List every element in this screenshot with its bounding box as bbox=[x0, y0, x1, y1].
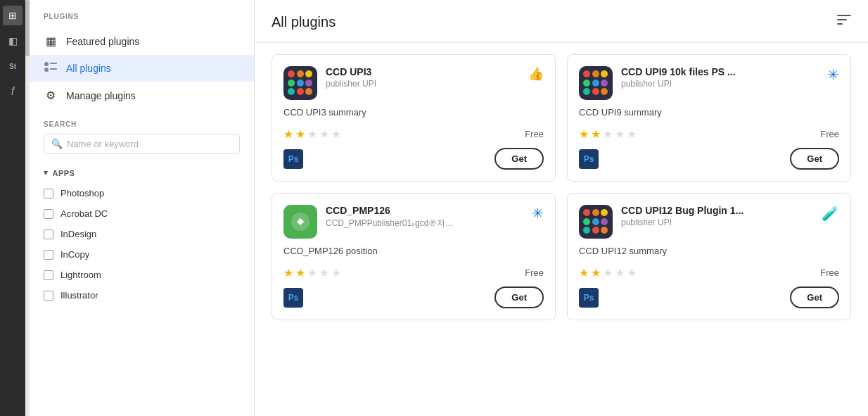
plugin-summary: CCD UPI12 summary bbox=[579, 246, 839, 256]
main-content: All plugins bbox=[255, 0, 868, 416]
plugin-publisher: publisher UPI bbox=[621, 218, 813, 227]
ps-badge: Ps bbox=[579, 149, 599, 169]
sidebar-item-manage[interactable]: ⚙ Manage plugins bbox=[30, 82, 254, 109]
plugin-actions: Ps Get bbox=[283, 148, 544, 170]
apps-header[interactable]: ▾ APPS bbox=[44, 168, 240, 177]
scrollbar-thumb[interactable] bbox=[25, 0, 30, 56]
star-5: ★ bbox=[331, 266, 341, 279]
app-item-incopy[interactable]: InCopy bbox=[44, 244, 240, 265]
search-label: SEARCH bbox=[44, 120, 240, 128]
illustrator-checkbox[interactable] bbox=[44, 291, 53, 301]
manage-icon: ⚙ bbox=[44, 89, 58, 102]
incopy-checkbox[interactable] bbox=[44, 250, 53, 260]
get-button-ccd-pmp126[interactable]: Get bbox=[494, 286, 544, 308]
search-section: SEARCH 🔍 bbox=[30, 109, 254, 160]
indesign-label: InDesign bbox=[60, 229, 96, 239]
photoshop-checkbox[interactable] bbox=[44, 189, 53, 198]
all-plugins-label: All plugins bbox=[66, 63, 111, 74]
star-2: ★ bbox=[295, 266, 305, 279]
layers-icon[interactable]: ◧ bbox=[3, 31, 23, 51]
star-3: ★ bbox=[603, 127, 613, 141]
stock-icon[interactable]: St bbox=[3, 56, 23, 76]
card-header: CCD UPI3 publisher UPI 👍 bbox=[283, 66, 544, 100]
app-item-acrobat[interactable]: Acrobat DC bbox=[44, 203, 240, 224]
star-rating: ★ ★ ★ ★ ★ bbox=[579, 266, 637, 279]
star-1: ★ bbox=[283, 266, 293, 279]
card-header: CCD UPI12 Bug Plugin 1... publisher UPI … bbox=[579, 205, 839, 239]
incopy-label: InCopy bbox=[60, 249, 89, 260]
plugin-summary: CCD UPI9 summary bbox=[579, 107, 839, 118]
new-badge: ✳ bbox=[827, 66, 839, 83]
star-4: ★ bbox=[615, 266, 625, 279]
star-2: ★ bbox=[591, 266, 601, 279]
plugin-footer: ★ ★ ★ ★ ★ Free bbox=[283, 127, 544, 141]
ps-badge: Ps bbox=[283, 288, 303, 308]
sort-icon[interactable] bbox=[837, 15, 851, 30]
ps-badge: Ps bbox=[579, 288, 599, 308]
page-title: All plugins bbox=[272, 14, 336, 30]
apps-label: APPS bbox=[53, 169, 75, 177]
star-3: ★ bbox=[307, 266, 317, 279]
sidebar-scroll[interactable]: PLUGINS ▦ Featured plugins All plugins ⚙… bbox=[30, 0, 254, 416]
plugin-footer: ★ ★ ★ ★ ★ Free bbox=[579, 127, 839, 141]
sidebar-item-featured[interactable]: ▦ Featured plugins bbox=[30, 27, 254, 55]
scrollbar-track[interactable] bbox=[25, 0, 30, 416]
star-4: ★ bbox=[319, 127, 329, 141]
illustrator-label: Illustrator bbox=[60, 290, 98, 301]
price-label: Free bbox=[525, 129, 544, 139]
price-label: Free bbox=[820, 267, 839, 278]
get-button-ccd-upi12[interactable]: Get bbox=[790, 286, 839, 308]
fonts-icon[interactable]: f bbox=[3, 82, 23, 101]
star-rating: ★ ★ ★ ★ ★ bbox=[283, 266, 341, 279]
star-rating: ★ ★ ★ ★ ★ bbox=[579, 127, 637, 141]
get-button-ccd-upi9[interactable]: Get bbox=[790, 148, 839, 170]
plugin-card-ccd-pmp126: CCD_PMP126 CCD_PMPPublisher01ₐgcd℗저... ✳… bbox=[272, 193, 556, 320]
plugin-publisher: publisher UPI bbox=[326, 79, 520, 89]
main-header: All plugins bbox=[255, 0, 868, 42]
star-5: ★ bbox=[331, 127, 341, 141]
search-input-wrap: 🔍 bbox=[44, 134, 240, 154]
plugin-card-ccd-upi3: CCD UPI3 publisher UPI 👍 CCD UPI3 summar… bbox=[272, 54, 556, 182]
plugin-name: CCD UPI3 bbox=[326, 66, 520, 77]
svg-rect-3 bbox=[50, 68, 57, 70]
app-item-indesign[interactable]: InDesign bbox=[44, 224, 240, 244]
price-label: Free bbox=[820, 129, 839, 139]
star-4: ★ bbox=[319, 266, 329, 279]
lightroom-label: Lightroom bbox=[60, 270, 101, 280]
all-icon bbox=[44, 62, 58, 75]
plugins-section-label: PLUGINS bbox=[30, 0, 254, 27]
svg-point-0 bbox=[44, 62, 49, 66]
star-1: ★ bbox=[579, 127, 589, 141]
plugin-info-ccd-upi3: CCD UPI3 publisher UPI bbox=[326, 66, 520, 89]
star-4: ★ bbox=[615, 127, 625, 141]
plugin-icon-ccd-upi9 bbox=[579, 66, 613, 100]
star-5: ★ bbox=[627, 127, 637, 141]
plugins-grid: CCD UPI3 publisher UPI 👍 CCD UPI3 summar… bbox=[255, 43, 868, 416]
apps-icon[interactable]: ⊞ bbox=[3, 6, 23, 25]
plugin-actions: Ps Get bbox=[579, 148, 839, 170]
search-input[interactable] bbox=[67, 139, 232, 149]
app-item-photoshop[interactable]: Photoshop bbox=[44, 183, 240, 203]
sidebar-item-all[interactable]: All plugins bbox=[30, 55, 254, 82]
plugin-icon-ccd-upi3 bbox=[283, 66, 317, 100]
chevron-down-icon: ▾ bbox=[44, 168, 49, 177]
lightroom-checkbox[interactable] bbox=[44, 270, 53, 280]
get-button-ccd-upi3[interactable]: Get bbox=[494, 148, 544, 170]
price-label: Free bbox=[525, 267, 544, 278]
svg-rect-4 bbox=[837, 15, 851, 16]
star-2: ★ bbox=[591, 127, 601, 141]
plugin-actions: Ps Get bbox=[579, 286, 839, 308]
indesign-checkbox[interactable] bbox=[44, 229, 53, 239]
star-1: ★ bbox=[579, 266, 589, 279]
svg-rect-2 bbox=[50, 63, 57, 64]
acrobat-checkbox[interactable] bbox=[44, 209, 53, 219]
app-item-lightroom[interactable]: Lightroom bbox=[44, 265, 240, 285]
plugin-card-ccd-upi9: CCD UPI9 10k files PS ... publisher UPI … bbox=[567, 54, 851, 182]
star-5: ★ bbox=[627, 266, 637, 279]
plugin-publisher: publisher UPI bbox=[621, 79, 819, 89]
search-icon: 🔍 bbox=[51, 139, 63, 149]
svg-point-8 bbox=[298, 220, 302, 224]
acrobat-label: Acrobat DC bbox=[60, 208, 108, 219]
star-rating: ★ ★ ★ ★ ★ bbox=[283, 127, 341, 141]
app-item-illustrator[interactable]: Illustrator bbox=[44, 285, 240, 305]
